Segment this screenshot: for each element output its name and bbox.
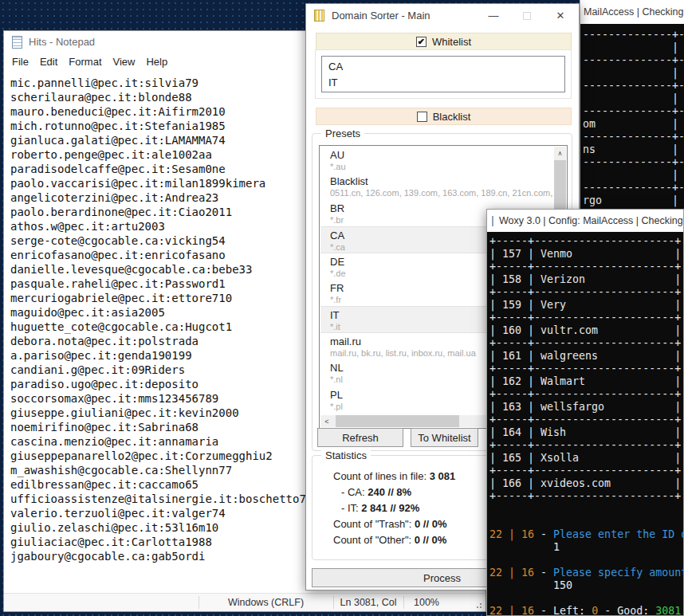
preset-detail: *.au bbox=[330, 162, 553, 172]
menu-format[interactable]: Format bbox=[63, 56, 107, 68]
blacklist-checkbox[interactable] bbox=[417, 112, 427, 122]
close-icon[interactable]: ✕ bbox=[544, 4, 577, 27]
menu-edit[interactable]: Edit bbox=[34, 56, 63, 68]
status-zoom-level: 100% bbox=[403, 594, 450, 612]
blacklist-checkbox-row[interactable]: Blacklist bbox=[316, 108, 572, 125]
preset-detail: 0511.cn, 126.com, 139.com, 163.com, 189.… bbox=[330, 188, 553, 198]
domain-sorter-title: Domain Sorter - Main bbox=[332, 10, 430, 22]
status-eol: Windows (CRLF) bbox=[199, 594, 333, 612]
to-whitelist-button[interactable]: To Whitelist bbox=[411, 428, 478, 447]
preset-name: AU bbox=[330, 149, 553, 162]
status-cursor-position: Ln 3081, Col 30 bbox=[333, 594, 403, 612]
whitelist-label: Whitelist bbox=[432, 36, 471, 48]
domain-sorter-app-icon bbox=[314, 10, 324, 22]
desktop: Hits - Notepad FileEditFormatViewHelp mi… bbox=[0, 0, 684, 616]
whitelist-panel: CAIT bbox=[315, 49, 572, 99]
maximize-icon bbox=[510, 4, 544, 27]
background-console-titlebar[interactable]: MailAccess | Checking.. bbox=[580, 0, 684, 24]
background-console-title: MailAccess | Checking.. bbox=[584, 6, 684, 18]
woxy-console-window: Woxy 3.0 | Config: MailAccess | Checking… bbox=[486, 209, 684, 616]
blacklist-label: Blacklist bbox=[433, 111, 471, 123]
resize-grip[interactable] bbox=[474, 601, 482, 609]
presets-legend: Presets bbox=[321, 128, 364, 139]
woxy-console-output: +-----+----------------------+ | 157 | V… bbox=[487, 232, 683, 615]
notepad-icon bbox=[12, 36, 22, 49]
notepad-title: Hits - Notepad bbox=[29, 36, 95, 48]
background-console-output: --------------+-- | --------------+-- | … bbox=[580, 24, 684, 209]
console-app-icon bbox=[492, 216, 493, 226]
menu-view[interactable]: View bbox=[108, 56, 141, 68]
menu-help[interactable]: Help bbox=[140, 56, 173, 68]
whitelist-checkbox[interactable]: ✔ bbox=[416, 37, 427, 47]
whitelist-listbox[interactable]: CAIT bbox=[321, 56, 565, 92]
notepad-statusbar: Windows (CRLF) Ln 3081, Col 30 100% bbox=[4, 593, 485, 611]
menu-file[interactable]: File bbox=[6, 56, 34, 68]
woxy-titlebar[interactable]: Woxy 3.0 | Config: MailAccess | Checking… bbox=[487, 210, 683, 232]
scroll-left-icon[interactable]: < bbox=[320, 415, 333, 427]
whitelist-checkbox-row[interactable]: ✔ Whitelist bbox=[316, 33, 572, 50]
preset-name: Blacklist bbox=[330, 175, 553, 188]
woxy-title: Woxy 3.0 | Config: MailAccess | Checking… bbox=[499, 215, 683, 226]
refresh-button[interactable]: Refresh bbox=[317, 428, 403, 447]
preset-item-blacklist[interactable]: Blacklist0511.cn, 126.com, 139.com, 163.… bbox=[320, 173, 553, 199]
scroll-up-icon[interactable]: ∧ bbox=[554, 147, 566, 159]
minimize-icon[interactable]: — bbox=[477, 4, 510, 27]
horizontal-scroll-thumb[interactable] bbox=[336, 415, 459, 427]
background-console-window: MailAccess | Checking.. --------------+-… bbox=[580, 0, 684, 209]
domain-sorter-titlebar[interactable]: Domain Sorter - Main — ✕ bbox=[306, 4, 579, 27]
whitelist-entry[interactable]: CA bbox=[328, 59, 558, 75]
statistics-legend: Statistics bbox=[321, 449, 371, 461]
preset-item-au[interactable]: AU*.au bbox=[320, 147, 553, 173]
whitelist-entry[interactable]: IT bbox=[328, 75, 558, 91]
